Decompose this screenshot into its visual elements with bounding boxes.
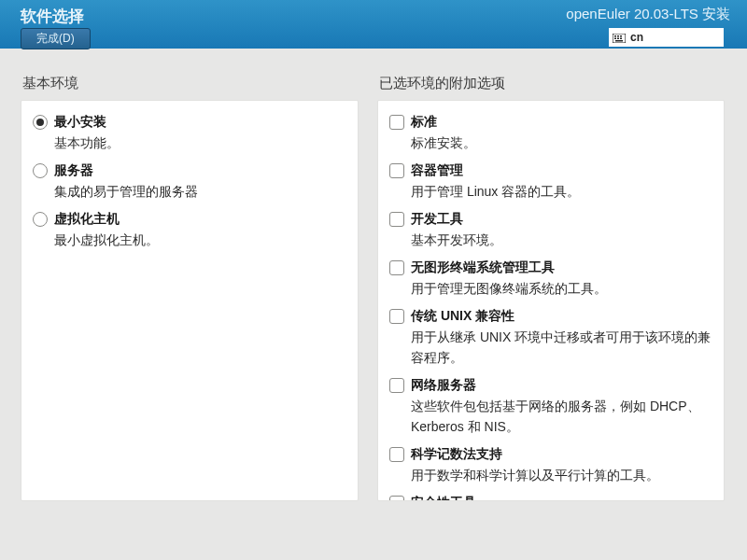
addon-option[interactable]: 标准 标准安装。 <box>378 108 724 157</box>
radio-icon <box>33 212 48 227</box>
option-title: 容器管理 <box>411 161 712 179</box>
option-text: 最小安装 基本功能。 <box>54 112 346 153</box>
option-desc: 用于管理无图像终端系统的工具。 <box>411 278 712 299</box>
radio-icon <box>33 115 48 130</box>
option-desc: 基本功能。 <box>54 133 346 153</box>
option-text: 容器管理 用于管理 Linux 容器的工具。 <box>411 161 712 202</box>
option-desc: 用于管理 Linux 容器的工具。 <box>411 181 712 202</box>
svg-rect-4 <box>614 38 616 40</box>
keyboard-icon <box>613 33 626 42</box>
checkbox-icon <box>389 115 404 130</box>
product-label: openEuler 20.03-LTS 安装 <box>566 6 730 23</box>
option-text: 无图形终端系统管理工具 用于管理无图像终端系统的工具。 <box>411 258 712 299</box>
content-area: 基本环境 最小安装 基本功能。 服务器 集成的易于管理的服务器 虚拟化主机 最小… <box>0 49 747 558</box>
page-title: 软件选择 <box>21 6 84 27</box>
option-desc: 标准安装。 <box>411 133 712 153</box>
addon-option[interactable]: 科学记数法支持 用于数学和科学计算以及平行计算的工具。 <box>378 441 724 489</box>
option-text: 网络服务器 这些软件包包括基于网络的服务器，例如 DHCP、Kerberos 和… <box>411 375 712 437</box>
base-env-column: 基本环境 最小安装 基本功能。 服务器 集成的易于管理的服务器 虚拟化主机 最小… <box>21 75 359 558</box>
addons-column: 已选环境的附加选项 标准 标准安装。 容器管理 用于管理 Linux 容器的工具… <box>377 75 725 558</box>
option-title: 无图形终端系统管理工具 <box>411 258 712 276</box>
header-bar: 软件选择 openEuler 20.03-LTS 安装 完成(D) cn <box>0 0 747 49</box>
addon-option[interactable]: 安全性工具 用于完整性和可信验证的安全性工具。 <box>378 489 724 501</box>
checkbox-icon <box>389 496 404 501</box>
option-text: 服务器 集成的易于管理的服务器 <box>54 161 346 202</box>
checkbox-icon <box>389 447 404 462</box>
option-title: 最小安装 <box>54 112 346 131</box>
base-env-option[interactable]: 服务器 集成的易于管理的服务器 <box>21 157 358 205</box>
option-desc: 用于数学和科学计算以及平行计算的工具。 <box>411 465 712 485</box>
addon-option[interactable]: 开发工具 基本开发环境。 <box>378 205 724 254</box>
checkbox-icon <box>389 378 404 393</box>
addons-heading: 已选环境的附加选项 <box>379 75 725 92</box>
svg-rect-3 <box>620 35 622 37</box>
option-title: 传统 UNIX 兼容性 <box>411 306 712 325</box>
option-desc: 用于从继承 UNIX 环境中迁移或者可用于该环境的兼容程序。 <box>411 327 712 368</box>
svg-rect-5 <box>617 38 619 40</box>
checkbox-icon <box>389 212 404 227</box>
checkbox-icon <box>389 260 404 275</box>
option-text: 标准 标准安装。 <box>411 112 712 153</box>
option-title: 开发工具 <box>411 209 712 228</box>
option-title: 虚拟化主机 <box>54 209 346 228</box>
checkbox-icon <box>389 309 404 324</box>
svg-rect-2 <box>617 35 619 37</box>
base-env-heading: 基本环境 <box>22 75 359 92</box>
base-env-option[interactable]: 虚拟化主机 最小虚拟化主机。 <box>21 205 358 254</box>
keyboard-layout-code: cn <box>630 31 643 44</box>
option-text: 传统 UNIX 兼容性 用于从继承 UNIX 环境中迁移或者可用于该环境的兼容程… <box>411 306 712 368</box>
option-title: 标准 <box>411 112 712 131</box>
radio-icon <box>33 163 48 178</box>
addon-option[interactable]: 网络服务器 这些软件包包括基于网络的服务器，例如 DHCP、Kerberos 和… <box>378 371 724 441</box>
option-text: 虚拟化主机 最小虚拟化主机。 <box>54 209 346 250</box>
addon-option[interactable]: 容器管理 用于管理 Linux 容器的工具。 <box>378 157 724 205</box>
option-title: 安全性工具 <box>411 493 712 501</box>
option-desc: 最小虚拟化主机。 <box>54 230 346 250</box>
svg-rect-7 <box>615 40 623 42</box>
option-desc: 集成的易于管理的服务器 <box>54 181 346 202</box>
base-env-option[interactable]: 最小安装 基本功能。 <box>21 108 358 157</box>
addons-panel: 标准 标准安装。 容器管理 用于管理 Linux 容器的工具。 开发工具 基本开… <box>377 100 725 501</box>
svg-rect-6 <box>620 38 622 40</box>
option-desc: 基本开发环境。 <box>411 230 712 250</box>
option-text: 科学记数法支持 用于数学和科学计算以及平行计算的工具。 <box>411 444 712 485</box>
option-text: 安全性工具 用于完整性和可信验证的安全性工具。 <box>411 493 712 501</box>
addon-option[interactable]: 无图形终端系统管理工具 用于管理无图像终端系统的工具。 <box>378 254 724 302</box>
option-title: 网络服务器 <box>411 375 712 394</box>
option-title: 科学记数法支持 <box>411 444 712 463</box>
option-text: 开发工具 基本开发环境。 <box>411 209 712 250</box>
option-title: 服务器 <box>54 161 346 179</box>
checkbox-icon <box>389 163 404 178</box>
svg-rect-1 <box>614 35 616 37</box>
option-desc: 这些软件包包括基于网络的服务器，例如 DHCP、Kerberos 和 NIS。 <box>411 396 712 437</box>
done-button[interactable]: 完成(D) <box>21 28 91 49</box>
addon-option[interactable]: 传统 UNIX 兼容性 用于从继承 UNIX 环境中迁移或者可用于该环境的兼容程… <box>378 302 724 371</box>
keyboard-layout-indicator[interactable]: cn <box>609 28 724 47</box>
base-env-panel: 最小安装 基本功能。 服务器 集成的易于管理的服务器 虚拟化主机 最小虚拟化主机… <box>21 100 359 501</box>
